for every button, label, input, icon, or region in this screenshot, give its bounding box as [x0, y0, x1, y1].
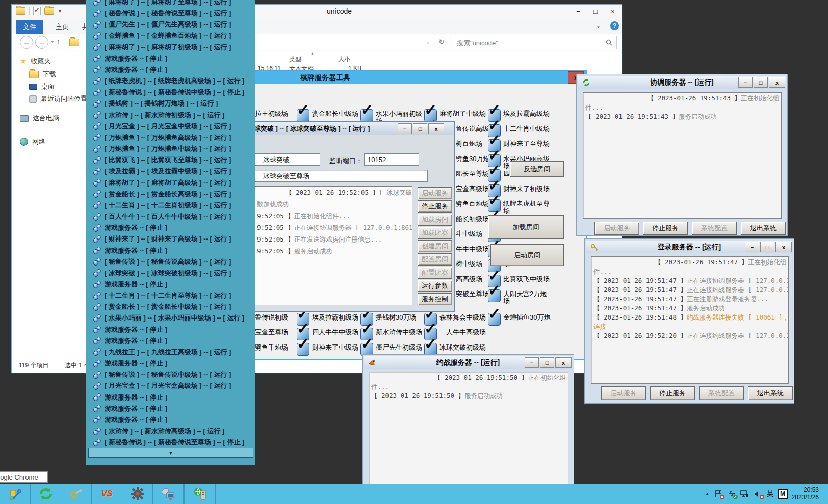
sidebar-item-recent[interactable]: 最近访问的位置	[29, 93, 87, 104]
ribbon-collapse-icon[interactable]: ⌄	[596, 22, 601, 29]
match-titlebar[interactable]: 约战服务器 -- [运行] − □ x	[364, 356, 572, 369]
server-list-item[interactable]: [ 秘鲁传说 ] -- [ 秘鲁传说至尊场 ] -- [ 运行 ]	[93, 8, 231, 19]
taskbar-item-satellite[interactable]	[153, 484, 184, 504]
server-list-item[interactable]: [ 新秘鲁传说 ] -- [ 新秘鲁传说至尊场 ] -- [ 停止 ]	[93, 437, 244, 448]
server-list-item[interactable]: [ 赏金船长 ] -- [ 赏金船长高级场 ] -- [ 运行 ]	[93, 189, 231, 200]
server-list-item[interactable]: [ 僵尸先生 ] -- [ 僵尸先生高级场 ] -- [ 运行 ]	[93, 19, 231, 30]
refresh-icon[interactable]: ↻	[438, 38, 445, 46]
address-chevron-icon[interactable]: ⌄	[426, 39, 430, 45]
coordinator-titlebar[interactable]: 协调服务器 -- [运行] − □ x	[578, 76, 786, 89]
server-list-item[interactable]: [ 金蝉捕鱼 ] -- [ 金蝉捕鱼百炮场 ] -- [ 运行 ]	[93, 30, 231, 41]
search-input[interactable]: 搜索"unicode"	[452, 36, 617, 49]
server-list-item[interactable]: [ 水果小玛丽 ] -- [ 水果小玛丽中级场 ] -- [ 运行 ]	[93, 312, 244, 324]
ice-enabled-button[interactable]: 运行参数	[418, 280, 452, 292]
forward-button[interactable]: →	[35, 36, 48, 49]
ice-disabled-button[interactable]: 配置比赛	[418, 267, 452, 279]
minimize-button[interactable]: −	[570, 5, 587, 18]
server-list-item[interactable]: [ 摇钱树 ] -- [ 摇钱树万炮场 ] -- [ 运行 ]	[93, 98, 218, 109]
minimize-button[interactable]: −	[738, 77, 753, 88]
server-list-item[interactable]: [ 麻将胡了 ] -- [ 麻将胡了至尊场 ] -- [ 运行 ]	[93, 0, 231, 8]
taskbar-item-tools[interactable]	[0, 484, 31, 504]
ice-enabled-button[interactable]: 停止服务	[418, 200, 452, 213]
server-list-item[interactable]: [ 月光宝盒 ] -- [ 月光宝盒中级场 ] -- [ 运行 ]	[93, 121, 231, 132]
server-list-item[interactable]: 游戏服务器 -- [ 停止 ]	[93, 324, 167, 335]
server-list-item[interactable]: 游戏服务器 -- [ 停止 ]	[93, 335, 167, 347]
server-list-item[interactable]: 游戏服务器 -- [ 停止 ]	[93, 279, 167, 290]
column-header-type[interactable]: ▲ 类型	[284, 51, 333, 65]
sidebar-item-favorites[interactable]: ★ 收藏夹	[20, 56, 50, 67]
sidebar-item-this-pc[interactable]: 这台电脑	[20, 113, 59, 124]
column-header-size[interactable]: 大小	[333, 51, 383, 65]
server-list-item[interactable]: [ 十二生肖 ] -- [ 十二生肖至尊场 ] -- [ 运行 ]	[93, 290, 231, 301]
tool-titlebar[interactable]: 棋牌服务器工具	[253, 71, 586, 84]
maximize-button[interactable]: □	[760, 242, 774, 252]
ime-mode-indicator[interactable]: M	[778, 489, 788, 499]
doc-check-icon[interactable]	[33, 7, 41, 15]
server-list-item[interactable]: [ 纸牌老虎机 ] -- [ 纸牌老虎机高级场 ] -- [ 运行 ]	[93, 75, 244, 87]
server-list-item[interactable]: [ 麻将胡了 ] -- [ 麻将胡了初级场 ] -- [ 运行 ]	[93, 42, 231, 53]
game-room-checkbox[interactable]: ✓	[488, 313, 501, 326]
minimize-button[interactable]: −	[745, 242, 759, 252]
service-button[interactable]: 停止服务	[650, 386, 695, 400]
maximize-button[interactable]: □	[587, 5, 604, 18]
scroll-down-button[interactable]: ▼	[88, 448, 253, 458]
server-list-item[interactable]: [ 九线拉王 ] -- [ 九线拉王高级场 ] -- [ 运行 ]	[93, 347, 231, 358]
service-button[interactable]: 退出系统	[741, 222, 786, 235]
maximize-button[interactable]: □	[754, 77, 768, 88]
server-list-item[interactable]: [ 新秘鲁传说 ] -- [ 新秘鲁传说中级场 ] -- [ 停止 ]	[93, 87, 244, 98]
service-button[interactable]: 系统配置	[692, 222, 737, 235]
load-rooms-button[interactable]: 加载房间	[488, 215, 564, 239]
server-list-item[interactable]: [ 水浒传 ] -- [ 新水浒传高级场 ] -- [ 运行 ]	[93, 426, 224, 437]
server-list-item[interactable]: [ 万炮捕鱼 ] -- [ 万炮捕鱼高级场 ] -- [ 运行 ]	[93, 132, 231, 143]
room-name-input[interactable]: 冰球突破至尊场	[242, 170, 428, 182]
server-list-item[interactable]: [ 赏金船长 ] -- [ 赏金船长中级场 ] -- [ 运行 ]	[93, 301, 231, 312]
tab-file[interactable]: 文件	[16, 20, 43, 34]
game-room-checkbox[interactable]: ✓	[297, 109, 309, 122]
close-button[interactable]: x	[769, 77, 785, 88]
server-list-item[interactable]: 游戏服务器 -- [ 停止 ]	[93, 392, 167, 403]
service-button[interactable]: 系统配置	[699, 386, 744, 400]
ice-enabled-button[interactable]: 服务控制	[418, 293, 452, 305]
service-button[interactable]: 退出系统	[748, 386, 793, 400]
server-list-item[interactable]: 游戏服务器 -- [ 停止 ]	[93, 64, 167, 75]
network-icon[interactable]	[740, 489, 749, 498]
chevron-down-icon[interactable]: ▼	[58, 9, 62, 14]
taskbar-item-login[interactable]	[61, 484, 92, 504]
maximize-button[interactable]: □	[540, 357, 554, 368]
server-list-item[interactable]: 游戏服务器 -- [ 停止 ]	[93, 222, 167, 233]
server-list-item[interactable]: 游戏服务器 -- [ 停止 ]	[93, 403, 167, 414]
server-list-item[interactable]: [ 秘鲁传说 ] -- [ 秘鲁传说中级场 ] -- [ 运行 ]	[93, 369, 231, 380]
invert-rooms-button[interactable]: 反选房间	[510, 161, 564, 177]
ice-disabled-button[interactable]: 创建房间	[418, 240, 452, 252]
sidebar-item-network[interactable]: 网络	[20, 136, 45, 147]
taskbar-item-coordinator[interactable]	[31, 484, 61, 504]
server-list-item[interactable]: [ 比翼双飞 ] -- [ 比翼双飞至尊场 ] -- [ 运行 ]	[93, 154, 231, 166]
history-chevron-icon[interactable]: ▼	[50, 40, 55, 44]
server-list-item[interactable]: [ 埃及拉霸 ] -- [ 埃及拉霸中级场 ] -- [ 运行 ]	[93, 166, 231, 177]
service-button[interactable]: 启动服务	[601, 386, 646, 400]
tab-home[interactable]: 主页	[48, 20, 76, 34]
up-button[interactable]: ↑	[57, 37, 60, 45]
server-list-item[interactable]: [ 万炮捕鱼 ] -- [ 万炮捕鱼中级场 ] -- [ 运行 ]	[93, 143, 231, 154]
close-button[interactable]: ×	[604, 5, 622, 18]
ice-disabled-button[interactable]: 启动服务	[418, 187, 452, 199]
ice-disabled-button[interactable]: 加载比赛	[418, 227, 452, 239]
maximize-button[interactable]: □	[413, 123, 427, 134]
ice-disabled-button[interactable]: 加载房间	[418, 214, 452, 226]
close-button[interactable]: x	[428, 123, 444, 134]
action-center-flag-icon[interactable]: ✕	[714, 489, 723, 498]
server-list-item[interactable]: [ 水浒传 ] -- [ 新水浒传初级场 ] -- [ 运行 ]	[93, 110, 224, 121]
server-list-item[interactable]: [ 月光宝盒 ] -- [ 月光宝盒高级场 ] -- [ 运行 ]	[93, 380, 231, 391]
taskbar-item-deploy[interactable]	[184, 484, 216, 504]
server-list-item[interactable]: [ 财神来了 ] -- [ 财神来了高级场 ] -- [ 运行 ]	[93, 233, 231, 245]
service-button[interactable]: 停止服务	[643, 222, 688, 235]
ime-language-indicator[interactable]: 英	[767, 489, 774, 498]
folder-icon[interactable]	[44, 7, 54, 15]
close-button[interactable]: x	[775, 242, 792, 252]
game-room-checkbox[interactable]: ✓	[360, 109, 373, 122]
close-button[interactable]: x	[555, 357, 572, 368]
volume-muted-icon[interactable]: ✕	[754, 489, 763, 498]
server-list-item[interactable]: 游戏服务器 -- [ 停止 ]	[93, 358, 167, 369]
help-icon[interactable]: ?	[610, 21, 619, 30]
server-list-item[interactable]: 游戏服务器 -- [ 停止 ]	[93, 53, 167, 64]
